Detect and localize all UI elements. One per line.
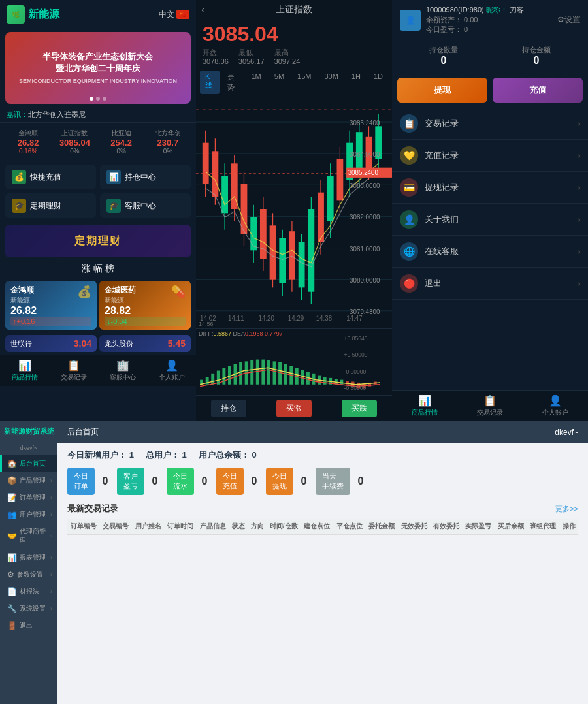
market-item-3[interactable]: 北方华创 230.7 0% xyxy=(145,127,191,157)
tab-trend[interactable]: 走势 xyxy=(222,71,244,94)
daily-flow-value: 0 xyxy=(198,475,211,487)
nav-market[interactable]: 📊 商品行情 xyxy=(12,359,38,382)
chart-title: 上证指数 xyxy=(276,4,312,16)
service-label: 客服中心 xyxy=(125,200,156,212)
gainer-card-1[interactable]: 金城医药 新能源 💊 28.82 ↓-0.84 xyxy=(99,281,191,330)
promo-banner-top[interactable]: 半导体装备产业生态创新大会 暨北方华创二十周年庆 SEMICONDUCTOR E… xyxy=(5,32,191,104)
tab-30m[interactable]: 30M xyxy=(319,71,343,94)
stock-longtou[interactable]: 龙头股份 5.45 xyxy=(99,335,191,352)
app-name: 新能源 xyxy=(28,8,59,22)
daily-orders-label: 今日订单 xyxy=(67,468,95,495)
nav-account[interactable]: 👤 个人账户 xyxy=(159,359,185,382)
tab-5m[interactable]: 5M xyxy=(269,71,289,94)
user-avatar: 👤 xyxy=(400,10,421,31)
quick-recharge-btn[interactable]: 💰 快捷充值 xyxy=(5,165,96,189)
app-logo: 🌿 新能源 xyxy=(7,5,59,24)
deposit-button[interactable]: 充值 xyxy=(493,78,583,103)
finance-promo[interactable]: 定期理财 xyxy=(5,225,191,257)
tab-kline[interactable]: K线 xyxy=(200,71,220,94)
left-bottom-nav: 📊 商品行情 📋 交易记录 🏢 客服中心 👤 个人账户 xyxy=(0,355,196,386)
nav-service[interactable]: 🏢 客服中心 xyxy=(110,359,136,382)
trades-table: 订单编号 交易编号 用户姓名 订单时间 产品信息 状态 方向 时间/仓数 建仓点… xyxy=(67,519,578,535)
card-daily-orders: 今日订单 0 xyxy=(67,468,112,495)
right-panel: 👤 10000980(ID:980) 昵称： 刀客 余额资产： 0.00 今日盈… xyxy=(392,0,588,421)
back-button[interactable]: ‹ xyxy=(201,4,204,16)
nav-trade[interactable]: 📋 交易记录 xyxy=(61,359,87,382)
menu-logout[interactable]: 🔴 退出 › xyxy=(392,268,588,300)
col-product: 产品信息 xyxy=(197,519,229,535)
material-icon: 📄 xyxy=(7,587,17,596)
more-link[interactable]: 更多>> xyxy=(555,504,578,514)
menu-trade-label: 交易记录 xyxy=(425,118,577,129)
svg-text:3081.0000: 3081.0000 xyxy=(350,245,380,252)
svg-rect-64 xyxy=(211,374,214,385)
flag-icon: 🇨🇳 xyxy=(176,10,189,19)
right-nav-trade[interactable]: 📋 交易记录 xyxy=(477,394,503,417)
sidebar-nav: 🏠 后台首页 📦 产品管理 › 📝 订单管理 › 👥 用户管理 › 🤝 代理商管… xyxy=(0,455,57,704)
app-header: 🌿 新能源 中文 🇨🇳 xyxy=(0,0,196,29)
settings-button[interactable]: ⚙设置 xyxy=(557,14,580,25)
news-ticker: 嘉讯：北方华创入驻墨尼 xyxy=(0,107,196,123)
svg-rect-13 xyxy=(221,176,228,213)
btn-position[interactable]: 持仓 xyxy=(211,400,246,417)
sidebar-item-logout[interactable]: 🚪 退出 xyxy=(0,617,57,634)
sidebar-item-reports[interactable]: 📊 报表管理 › xyxy=(0,549,57,566)
withdraw-button[interactable]: 提现 xyxy=(397,78,487,103)
menu-recharge-records[interactable]: 💛 充值记录 › xyxy=(392,140,588,172)
menu-online-service[interactable]: 🌐 在线客服 › xyxy=(392,236,588,268)
sidebar-item-users[interactable]: 👥 用户管理 › xyxy=(0,506,57,523)
sidebar-item-agents[interactable]: 🤝 代理商管理 › xyxy=(0,523,57,549)
menu-arrow-icon-3: › xyxy=(577,182,580,193)
sidebar-item-products[interactable]: 📦 产品管理 › xyxy=(0,472,57,489)
col-actual-pnl: 实际盈亏 xyxy=(463,519,495,535)
chart-tabs: K线 走势 1M 5M 15M 30M 1H 1D xyxy=(196,68,392,97)
btn-buy-up[interactable]: 买涨 xyxy=(276,400,312,417)
position-count: 持仓数量 0 xyxy=(429,45,458,67)
svg-rect-9 xyxy=(203,143,209,184)
tab-1m[interactable]: 1M xyxy=(246,71,267,94)
sidebar-item-orders[interactable]: 📝 订单管理 › xyxy=(0,489,57,506)
left-panel: 🌿 新能源 中文 🇨🇳 半导体装备产业生态创新大会 暨北方华创二十周年庆 SEM… xyxy=(0,0,196,421)
admin-content: 后台首页 dkevf~ 今日新增用户： 1 总用户： 1 用户总余额： 0 今日… xyxy=(57,421,588,704)
sidebar-item-material[interactable]: 📄 材报法 › xyxy=(0,583,57,600)
col-agent: 班组代理 xyxy=(527,519,559,535)
gainers-grid: 金鸿顺 新能源 💰 26.82 ↑+0.16 金城医药 新能源 💊 28.82 xyxy=(0,278,196,332)
sidebar-item-home[interactable]: 🏠 后台首页 xyxy=(0,455,57,472)
stock-shilian[interactable]: 世联行 3.04 xyxy=(5,335,97,352)
svg-text:+0.85645: +0.85645 xyxy=(344,334,368,342)
tab-15m[interactable]: 15M xyxy=(292,71,316,94)
quick-service-btn[interactable]: 🎓 客服中心 xyxy=(100,193,191,218)
col-action: 操作 xyxy=(559,519,578,535)
menu-about[interactable]: 👤 关于我们 › xyxy=(392,204,588,236)
daily-orders-value: 0 xyxy=(99,475,112,487)
quick-position-btn[interactable]: 📊 持仓中心 xyxy=(100,165,191,189)
logo-icon: 🌿 xyxy=(7,5,25,24)
sidebar-item-params[interactable]: ⚙ 参数设置 › xyxy=(0,566,57,583)
sidebar-user: dkevf~ xyxy=(0,441,57,455)
col-entrust: 委托金额 xyxy=(365,519,397,535)
language-badge[interactable]: 中文 🇨🇳 xyxy=(159,9,189,20)
tab-1h[interactable]: 1H xyxy=(346,71,366,94)
svg-text:-0.00000: -0.00000 xyxy=(344,368,367,375)
sidebar-logout-icon: 🚪 xyxy=(7,621,17,630)
position-stats: 持仓数量 0 持仓金额 0 xyxy=(392,40,588,72)
right-nav-market[interactable]: 📊 商品行情 xyxy=(412,394,438,417)
gainer-card-0[interactable]: 金鸿顺 新能源 💰 26.82 ↑+0.16 xyxy=(5,281,97,330)
daily-fee-value: 0 xyxy=(354,475,367,487)
menu-arrow-icon-6: › xyxy=(577,278,580,289)
quick-finance-btn[interactable]: 🎓 定期理财 xyxy=(5,193,96,218)
svg-rect-76 xyxy=(278,362,282,385)
market-item-0[interactable]: 金鸿顺 26.82 0.16% xyxy=(5,127,51,157)
tab-1d[interactable]: 1D xyxy=(368,71,388,94)
btn-buy-down[interactable]: 买跌 xyxy=(342,400,377,417)
sidebar-item-system[interactable]: 🔧 系统设置 › xyxy=(0,600,57,617)
menu-withdraw-records[interactable]: 💳 提现记录 › xyxy=(392,172,588,204)
menu-trade-records[interactable]: 📋 交易记录 › xyxy=(392,108,588,140)
market-item-1[interactable]: 上证指数 3085.04 0% xyxy=(52,127,97,157)
col-direction: 方向 xyxy=(248,519,267,535)
daily-recharge-value: 0 xyxy=(248,475,261,487)
right-nav-account[interactable]: 👤 个人账户 xyxy=(542,394,568,417)
trade-records-icon: 📋 xyxy=(400,114,418,133)
market-item-2[interactable]: 比亚迪 254.2 0% xyxy=(99,127,144,157)
col-trade-no: 交易编号 xyxy=(99,519,131,535)
